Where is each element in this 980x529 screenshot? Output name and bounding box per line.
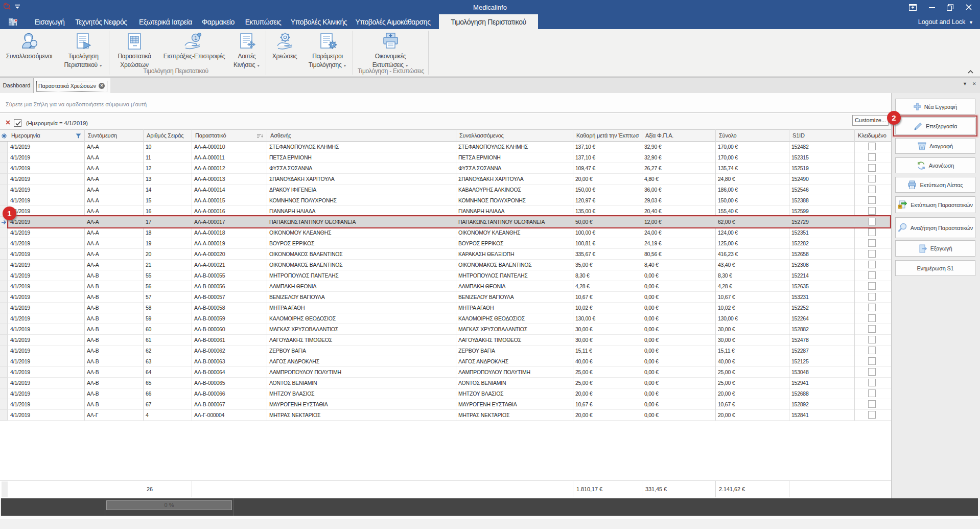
- svg-text:1: 1: [194, 35, 197, 41]
